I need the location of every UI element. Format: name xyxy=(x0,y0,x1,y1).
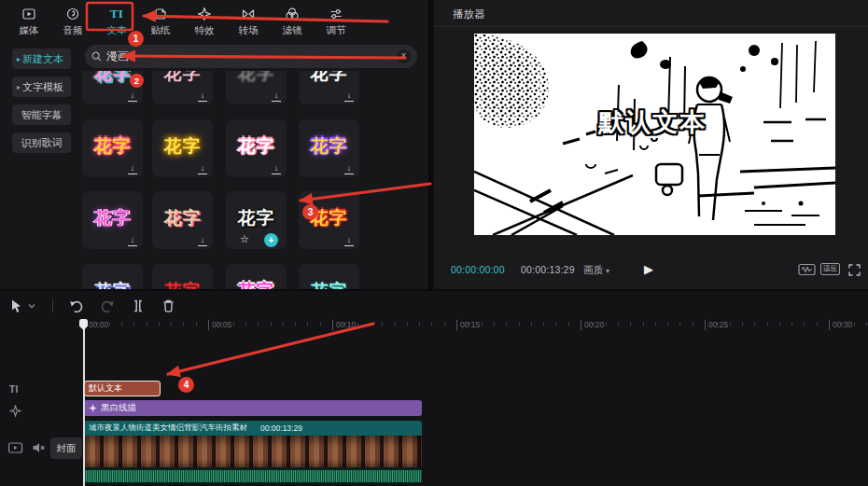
divider xyxy=(52,299,53,312)
text-style-card[interactable]: 花字↓ xyxy=(299,119,359,177)
mute-track-icon[interactable] xyxy=(32,441,46,458)
media-icon xyxy=(21,7,36,21)
select-tool-button[interactable] xyxy=(9,299,36,314)
asset-panel: 媒体 音频 TI 文本 贴纸 特效 xyxy=(0,0,431,289)
video-preview[interactable]: 默认文本 xyxy=(474,34,835,235)
video-clip-title: 城市夜景人物街道美女情侣背影汽车街拍素材 xyxy=(89,423,247,434)
download-icon: ↓ xyxy=(272,164,281,174)
effect-track-icon xyxy=(9,404,21,421)
text-icon: TI xyxy=(110,7,124,21)
text-style-card[interactable]: 花字↓ xyxy=(152,264,213,289)
nav-new-text[interactable]: ▸ 新建文本 xyxy=(12,49,71,69)
text-style-card[interactable]: 花字↓ xyxy=(226,71,287,104)
video-clip[interactable]: 城市夜景人物街道美女情侣背影汽车街拍素材 00:00:13:29 xyxy=(84,421,422,483)
download-icon: ↓ xyxy=(198,91,207,102)
nav-recognize-lyrics[interactable]: 识别歌词 xyxy=(12,132,71,153)
download-icon: ↓ xyxy=(198,164,207,174)
download-icon: ↓ xyxy=(344,236,354,246)
nav-text-template[interactable]: ▸ 文字模板 xyxy=(12,76,71,97)
download-icon: ↓ xyxy=(344,91,354,102)
tab-effects[interactable]: 特效 xyxy=(189,0,220,37)
text-style-card[interactable]: 花字↓ xyxy=(82,191,143,249)
tab-adjust[interactable]: 调节 xyxy=(320,0,352,37)
text-category-nav: ▸ 新建文本 ▸ 文字模板 智能字幕 识别歌词 xyxy=(0,39,79,289)
search-icon xyxy=(91,51,102,62)
waveform-toggle-icon[interactable] xyxy=(798,263,816,280)
player-panel: 播放器 xyxy=(434,0,868,289)
search-value: 漫画 xyxy=(106,49,397,64)
audio-icon xyxy=(65,7,80,21)
tab-media[interactable]: 媒体 xyxy=(13,0,45,37)
text-style-card[interactable]: 花字↓ xyxy=(299,264,359,289)
tab-audio[interactable]: 音频 xyxy=(57,0,89,37)
text-style-card[interactable]: 花字↓ xyxy=(152,71,213,104)
effect-sparkle-icon xyxy=(89,404,97,412)
effect-clip-label: 黑白线描 xyxy=(101,402,136,414)
timeline-toolbar xyxy=(0,294,868,318)
filter-icon xyxy=(285,7,300,21)
effects-icon xyxy=(197,7,212,21)
timeline-ruler[interactable]: 00:00 00:05 00:10 00:15 00:20 00:25 00:3… xyxy=(84,319,868,332)
text-style-card[interactable]: 花字↓ xyxy=(226,119,287,177)
split-tool-button[interactable] xyxy=(131,299,146,313)
text-style-card[interactable]: 花字↓ xyxy=(82,264,143,289)
download-icon: ↓ xyxy=(272,91,281,102)
fit-button[interactable]: 适应 xyxy=(820,263,840,275)
sticker-icon xyxy=(153,7,168,21)
text-style-card[interactable]: 花字↓ xyxy=(152,191,213,249)
divider xyxy=(434,26,868,27)
video-clip-header: 城市夜景人物街道美女情侣背影汽车街拍素材 00:00:13:29 xyxy=(84,421,422,436)
download-icon: ↓ xyxy=(344,164,354,174)
download-icon: ↓ xyxy=(128,91,137,102)
download-icon: ↓ xyxy=(198,236,207,246)
favorite-star-icon[interactable]: ☆ xyxy=(240,233,249,245)
video-track-icon xyxy=(7,441,23,458)
cursor-icon xyxy=(9,299,24,314)
nav-smart-subtitle[interactable]: 智能字幕 xyxy=(12,104,71,125)
redo-button[interactable] xyxy=(100,299,115,313)
video-clip-duration: 00:00:13:29 xyxy=(260,424,302,433)
text-style-card-selected[interactable]: 花字 ☆ + xyxy=(226,191,287,249)
play-button[interactable]: ▶ xyxy=(644,262,653,276)
tab-sticker[interactable]: 贴纸 xyxy=(145,0,176,37)
timeline-panel: 00:00 00:05 00:10 00:15 00:20 00:25 00:3… xyxy=(0,289,868,486)
text-style-card[interactable]: 花字↓ xyxy=(152,119,213,177)
text-track-icon: TI xyxy=(9,384,19,395)
tab-transition[interactable]: 转场 xyxy=(232,0,264,37)
fullscreen-icon[interactable] xyxy=(848,263,861,280)
player-controls: 00:00:00:00 00:00:13:29 画质▾ ▶ 适应 xyxy=(434,260,868,281)
current-time: 00:00:00:00 xyxy=(451,264,505,275)
text-style-card[interactable]: 花字↓ xyxy=(226,264,287,289)
download-icon: ↓ xyxy=(128,236,137,246)
total-duration: 00:00:13:29 xyxy=(521,264,575,275)
expand-arrow-icon: ▸ xyxy=(17,55,21,63)
effect-clip[interactable]: 黑白线描 xyxy=(84,400,422,416)
text-style-card[interactable]: 花字↓ xyxy=(299,191,359,249)
playhead-line xyxy=(83,319,85,486)
search-input[interactable]: 漫画 × xyxy=(85,45,417,68)
default-text-overlay[interactable]: 默认文本 xyxy=(598,105,707,139)
add-to-track-icon[interactable]: + xyxy=(264,233,278,247)
quality-dropdown[interactable]: 画质▾ xyxy=(583,264,609,277)
text-clip[interactable]: 默认文本 xyxy=(84,381,161,396)
video-editor-app: 媒体 音频 TI 文本 贴纸 特效 xyxy=(0,0,868,486)
chevron-down-icon: ▾ xyxy=(606,267,609,275)
download-icon: ↓ xyxy=(128,164,137,174)
text-style-card[interactable]: 花字↓ xyxy=(82,119,143,177)
undo-button[interactable] xyxy=(69,299,84,313)
cover-button[interactable]: 封面 xyxy=(50,437,82,459)
text-style-grid: 花字↓ 花字↓ 花字↓ 花字↓ 花字↓ 花字↓ 花字↓ 花字↓ 花字↓ 花字↓ … xyxy=(79,71,431,289)
adjust-icon xyxy=(329,7,343,21)
delete-button[interactable] xyxy=(161,299,175,313)
top-tabs-bar: 媒体 音频 TI 文本 贴纸 特效 xyxy=(0,0,431,39)
tab-filter[interactable]: 滤镜 xyxy=(276,0,308,37)
chevron-down-icon xyxy=(27,301,36,311)
transition-icon xyxy=(241,7,256,21)
text-style-card[interactable]: 花字↓ xyxy=(82,71,143,104)
expand-arrow-icon: ▸ xyxy=(17,83,21,91)
tab-text[interactable]: TI 文本 xyxy=(101,0,133,37)
video-filmstrip xyxy=(84,436,422,467)
player-title: 播放器 xyxy=(453,7,485,21)
clear-search-icon[interactable]: × xyxy=(397,49,411,63)
text-style-card[interactable]: 花字↓ xyxy=(299,71,359,104)
